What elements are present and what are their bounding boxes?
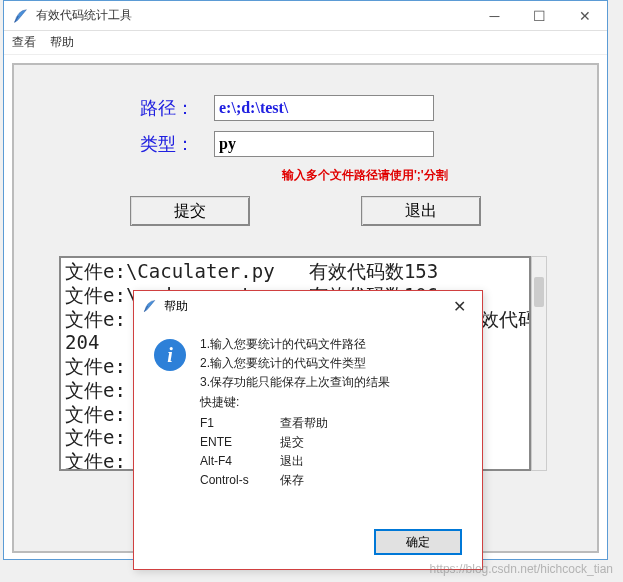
- dialog-line: 快捷键:: [200, 393, 390, 412]
- dialog-text: 1.输入您要统计的代码文件路径 2.输入您要统计的代码文件类型 3.保存功能只能…: [200, 335, 390, 491]
- dialog-footer: 确定: [374, 529, 462, 555]
- shortcut-key: Alt-F4: [200, 452, 280, 471]
- dialog-body: i 1.输入您要统计的代码文件路径 2.输入您要统计的代码文件类型 3.保存功能…: [134, 321, 482, 501]
- dialog-title: 帮助: [164, 298, 437, 315]
- app-icon: [12, 7, 30, 25]
- submit-button[interactable]: 提交: [130, 196, 250, 226]
- shortcut-desc: 退出: [280, 452, 304, 471]
- info-icon: i: [154, 339, 186, 371]
- exit-button[interactable]: 退出: [361, 196, 481, 226]
- shortcut-key: ENTE: [200, 433, 280, 452]
- shortcut-table: F1 查看帮助 ENTE 提交 Alt-F4 退出 Control-s 保存: [200, 414, 390, 491]
- shortcut-desc: 查看帮助: [280, 414, 328, 433]
- maximize-button[interactable]: ☐: [517, 1, 562, 30]
- menu-view[interactable]: 查看: [12, 34, 36, 51]
- window-controls: ─ ☐ ✕: [472, 1, 607, 30]
- type-input[interactable]: [214, 131, 434, 157]
- dialog-close-button[interactable]: ✕: [437, 297, 482, 316]
- shortcut-desc: 提交: [280, 433, 304, 452]
- shortcut-desc: 保存: [280, 471, 304, 490]
- titlebar: 有效代码统计工具 ─ ☐ ✕: [4, 1, 607, 31]
- shortcut-row: Control-s 保存: [200, 471, 390, 490]
- shortcut-row: ENTE 提交: [200, 433, 390, 452]
- watermark: https://blog.csdn.net/hichcock_tian: [430, 562, 613, 576]
- path-row: 路径：: [14, 95, 597, 121]
- window-title: 有效代码统计工具: [36, 7, 472, 24]
- minimize-button[interactable]: ─: [472, 1, 517, 30]
- scrollbar-thumb[interactable]: [534, 277, 544, 307]
- dialog-line: 2.输入您要统计的代码文件类型: [200, 354, 390, 373]
- menubar: 查看 帮助: [4, 31, 607, 55]
- shortcut-row: F1 查看帮助: [200, 414, 390, 433]
- type-row: 类型：: [14, 131, 597, 157]
- path-label: 路径：: [14, 96, 214, 120]
- shortcut-key: F1: [200, 414, 280, 433]
- form-area: 路径： 类型： 输入多个文件路径请使用';'分割 提交 退出: [14, 65, 597, 256]
- path-input[interactable]: [214, 95, 434, 121]
- dialog-line: 3.保存功能只能保存上次查询的结果: [200, 373, 390, 392]
- hint-text: 输入多个文件路径请使用';'分割: [14, 167, 597, 184]
- type-label: 类型：: [14, 132, 214, 156]
- ok-button[interactable]: 确定: [374, 529, 462, 555]
- close-button[interactable]: ✕: [562, 1, 607, 30]
- dialog-icon: [142, 298, 158, 314]
- dialog-line: 1.输入您要统计的代码文件路径: [200, 335, 390, 354]
- output-scrollbar[interactable]: [531, 256, 547, 471]
- shortcut-row: Alt-F4 退出: [200, 452, 390, 471]
- dialog-titlebar: 帮助 ✕: [134, 291, 482, 321]
- menu-help[interactable]: 帮助: [50, 34, 74, 51]
- shortcut-key: Control-s: [200, 471, 280, 490]
- help-dialog: 帮助 ✕ i 1.输入您要统计的代码文件路径 2.输入您要统计的代码文件类型 3…: [133, 290, 483, 570]
- button-row: 提交 退出: [14, 196, 597, 226]
